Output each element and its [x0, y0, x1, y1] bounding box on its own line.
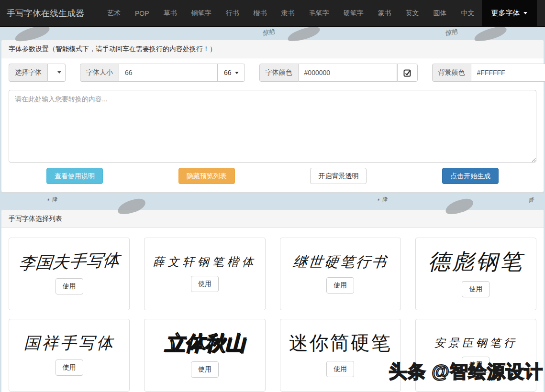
use-font-button[interactable]: 使用 — [191, 276, 219, 292]
font-select-group: 选择字体 0.李国夫董事长手写 — [9, 64, 66, 82]
top-navbar: 手写字体在线生成器 艺术 POP 草书 钢笔字 行书 楷书 隶书 毛笔字 硬笔字… — [0, 0, 545, 27]
font-settings-panel-body: 选择字体 0.李国夫董事长手写 字体大小 66 — [1, 58, 544, 192]
use-font-button[interactable]: 使用 — [56, 278, 83, 294]
font-card: 薛文轩钢笔楷体 使用 — [144, 238, 265, 310]
bg-color-label: 背景颜色 — [432, 64, 471, 82]
font-card: 德彪钢笔 使用 — [415, 238, 536, 310]
check-square-icon — [403, 69, 412, 77]
nav-item-kaishu[interactable]: 楷书 — [246, 0, 274, 26]
nav-item-art[interactable]: 艺术 — [100, 0, 128, 26]
action-buttons-row: 查看使用说明 隐藏预览列表 开启背景透明 点击开始生成 — [9, 168, 536, 184]
background-pattern-glyph: 惊艳 — [262, 27, 276, 38]
background-pattern-glyph: ＊ 降 — [375, 196, 388, 205]
font-preview-image: 立体秋山 — [165, 333, 245, 353]
toutiao-watermark: 头条 @智绘源设计 — [389, 359, 543, 384]
background-pattern-glyph: 惊艳 — [445, 27, 458, 38]
caret-down-icon — [235, 72, 239, 74]
site-title: 手写字体在线生成器 — [0, 0, 91, 26]
background-pattern-glyph: 降 — [528, 196, 534, 204]
view-instructions-button[interactable]: 查看使用说明 — [46, 168, 103, 184]
use-font-button[interactable]: 使用 — [326, 361, 354, 377]
nav-item-caoshu[interactable]: 草书 — [156, 0, 184, 26]
font-size-group: 字体大小 66 — [80, 64, 245, 82]
bg-color-group: 背景颜色 — [432, 64, 545, 82]
font-size-input[interactable] — [119, 64, 218, 82]
font-size-dropdown-button[interactable]: 66 — [218, 64, 245, 82]
hide-preview-list-button[interactable]: 隐藏预览列表 — [178, 168, 235, 184]
font-list-panel-title: 手写字体选择列表 — [1, 210, 544, 228]
nav-item-xingshu[interactable]: 行书 — [219, 0, 246, 26]
nav-item-lishu[interactable]: 隶书 — [274, 0, 302, 26]
content-input[interactable] — [9, 90, 536, 163]
font-preview-image: 安景臣钢笔行 — [434, 338, 517, 348]
nav-item-pop[interactable]: POP — [128, 0, 156, 26]
font-card: 国祥手写体 使用 — [9, 319, 130, 392]
font-settings-panel: 字体参数设置（智能模式下，请手动回车在需要换行的内容处换行！） 选择字体 0.李… — [1, 40, 544, 193]
font-select[interactable]: 0.李国夫董事长手写 — [48, 64, 66, 82]
bg-color-input[interactable] — [471, 64, 545, 82]
nav-item-ganbizi[interactable]: 钢笔字 — [184, 0, 219, 26]
font-select-wrap: 0.李国夫董事长手写 — [48, 64, 66, 82]
nav-item-more-fonts[interactable]: 更多字体 — [482, 0, 537, 26]
background-pattern-strip: 惊艳 惊艳 — [0, 27, 545, 40]
nav-item-zhuanshu[interactable]: 篆书 — [371, 0, 399, 26]
font-card: 继世硬笔行书 使用 — [280, 238, 401, 310]
font-preview-image: 国祥手写体 — [24, 335, 115, 351]
background-pattern-strip: ＊ 降 ＊ 降 降 — [0, 193, 545, 209]
font-color-input[interactable] — [299, 64, 397, 82]
font-color-group: 字体颜色 — [259, 64, 418, 82]
nav-item-yingbizi[interactable]: 硬笔字 — [336, 0, 371, 26]
font-color-label: 字体颜色 — [259, 64, 299, 82]
chevron-down-icon — [523, 12, 527, 14]
use-font-button[interactable]: 使用 — [326, 277, 354, 294]
use-font-button[interactable]: 使用 — [56, 359, 83, 376]
nav-menu: 艺术 POP 草书 钢笔字 行书 楷书 隶书 毛笔字 硬笔字 篆书 英文 圆体 … — [100, 0, 537, 26]
use-font-button[interactable]: 使用 — [462, 281, 489, 297]
font-preview-image: 德彪钢笔 — [428, 251, 523, 273]
font-size-dropdown-value: 66 — [224, 69, 232, 76]
nav-item-yingwen[interactable]: 英文 — [399, 0, 426, 26]
nav-item-maobizi[interactable]: 毛笔字 — [302, 0, 336, 26]
font-card: 李国夫手写体 使用 — [9, 238, 130, 310]
nav-item-more-fonts-label: 更多字体 — [491, 9, 520, 18]
font-select-label: 选择字体 — [9, 64, 48, 82]
font-preview-image: 继世硬笔行书 — [292, 255, 389, 269]
transparent-background-button[interactable]: 开启背景透明 — [310, 168, 367, 184]
nav-item-zhongwen[interactable]: 中文 — [454, 0, 482, 26]
font-card: 迷你简硬笔 使用 — [280, 319, 401, 392]
start-generate-button[interactable]: 点击开始生成 — [442, 168, 499, 184]
nav-item-yuanti[interactable]: 圆体 — [426, 0, 454, 26]
font-preview-image: 李国夫手写体 — [18, 251, 121, 272]
font-preview-image: 薛文轩钢笔楷体 — [153, 256, 256, 268]
use-font-button[interactable]: 使用 — [191, 361, 219, 378]
font-settings-panel-title: 字体参数设置（智能模式下，请手动回车在需要换行的内容处换行！） — [1, 40, 544, 58]
font-preview-image: 迷你简硬笔 — [289, 334, 392, 353]
font-card: 立体秋山 使用 — [144, 319, 265, 392]
background-pattern-glyph: ＊ 降 — [45, 196, 58, 205]
font-color-picker-button[interactable] — [397, 64, 418, 82]
font-size-label: 字体大小 — [80, 64, 119, 82]
page: 手写字体在线生成器 艺术 POP 草书 钢笔字 行书 楷书 隶书 毛笔字 硬笔字… — [0, 0, 545, 392]
settings-form-row: 选择字体 0.李国夫董事长手写 字体大小 66 — [9, 64, 536, 82]
